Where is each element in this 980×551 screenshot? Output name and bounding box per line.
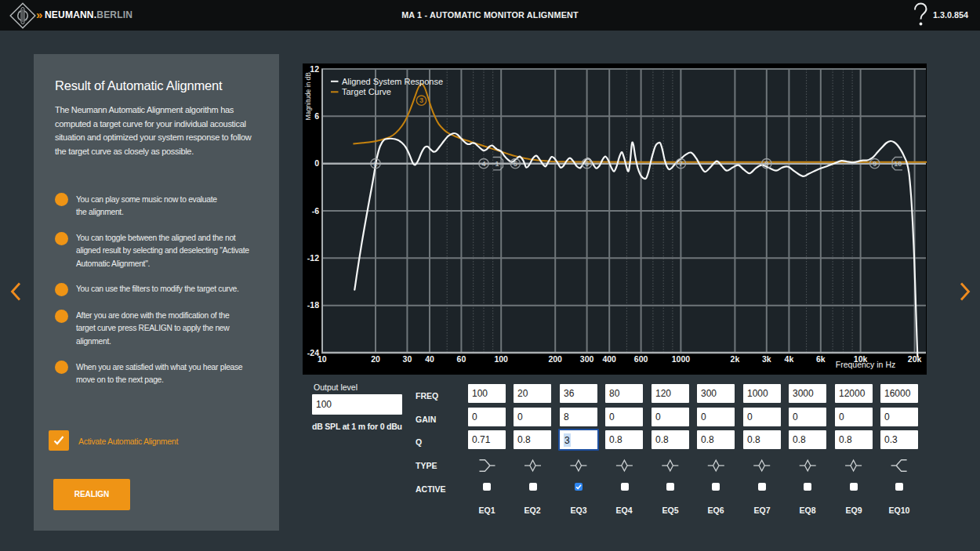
svg-text:Target Curve: Target Curve [342,87,391,96]
svg-text:-12: -12 [307,253,319,263]
svg-text:300: 300 [580,354,594,364]
svg-text:5: 5 [514,160,517,168]
svg-text:6k: 6k [816,354,826,364]
svg-text:2k: 2k [731,354,740,364]
svg-text:30: 30 [403,354,412,364]
svg-text:3k: 3k [762,354,771,364]
svg-text:6: 6 [585,160,589,168]
svg-text:200: 200 [548,354,562,364]
svg-text:7: 7 [679,160,683,168]
svg-text:400: 400 [602,354,616,364]
svg-text:Aligned System Response: Aligned System Response [342,77,443,86]
svg-text:6: 6 [314,111,319,121]
svg-text:Frequency in Hz: Frequency in Hz [836,360,895,369]
svg-text:20k: 20k [908,354,922,364]
svg-text:9: 9 [873,160,877,168]
svg-text:0: 0 [314,158,319,168]
svg-text:1: 1 [495,160,499,168]
svg-text:40: 40 [425,354,434,364]
svg-text:20: 20 [371,354,380,364]
svg-text:4: 4 [481,160,485,168]
svg-text:4k: 4k [785,354,794,364]
svg-text:10: 10 [318,354,327,364]
svg-text:3: 3 [419,96,423,104]
svg-text:10: 10 [894,160,902,168]
svg-text:-6: -6 [312,206,319,216]
svg-text:600: 600 [634,354,648,364]
svg-text:2: 2 [373,160,377,168]
svg-text:8: 8 [764,160,768,168]
svg-text:12: 12 [310,64,319,74]
svg-text:100: 100 [494,354,508,364]
svg-text:-18: -18 [307,300,319,310]
svg-text:1000: 1000 [672,354,691,364]
svg-text:Magnitude in dB: Magnitude in dB [304,72,312,121]
svg-text:60: 60 [457,354,466,364]
